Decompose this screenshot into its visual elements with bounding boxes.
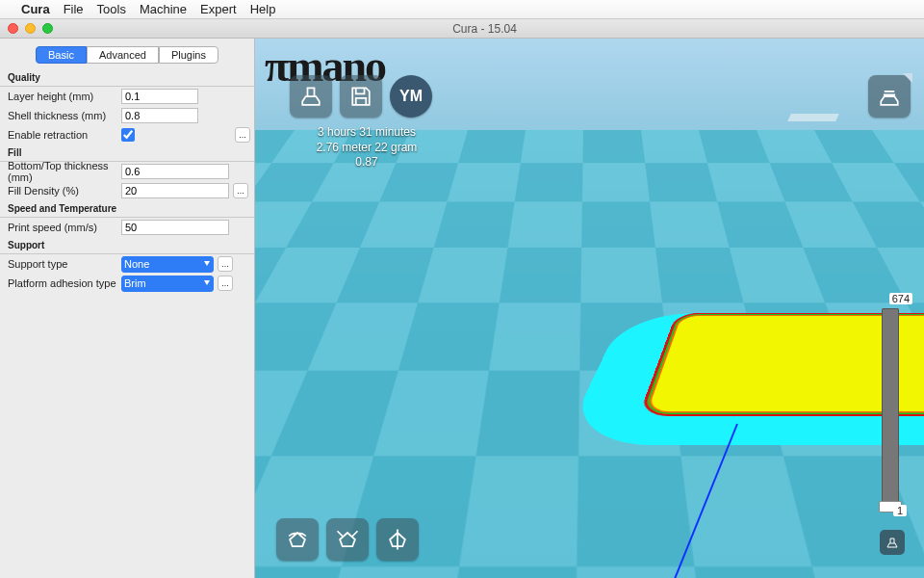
save-gcode-button[interactable] — [340, 75, 382, 118]
viewport-top-toolbar: YM — [290, 75, 432, 118]
viewport-bottom-toolbar — [276, 518, 419, 561]
dropdown-corner-icon — [903, 73, 912, 83]
menu-help[interactable]: Help — [250, 2, 276, 16]
select-platform-adhesion[interactable]: Brim — [121, 276, 214, 292]
input-shell-thickness[interactable] — [121, 108, 198, 123]
mirror-icon — [384, 526, 411, 553]
support-options-button[interactable]: ... — [218, 256, 233, 272]
select-support-type[interactable]: None — [121, 256, 214, 273]
label-platform-adhesion: Platform adhesion type — [8, 277, 121, 289]
input-layer-height[interactable] — [121, 89, 198, 104]
print-cost: 0.87 — [290, 155, 444, 171]
label-shell-thickness: Shell thickness (mm) — [8, 110, 121, 121]
checkbox-enable-retraction[interactable] — [121, 128, 135, 142]
window-controls[interactable] — [8, 23, 53, 34]
menu-expert[interactable]: Expert — [200, 2, 237, 16]
settings-tabs: Basic Advanced Plugins — [0, 39, 254, 69]
share-button[interactable]: YM — [390, 75, 432, 118]
menu-file[interactable]: File — [64, 2, 84, 16]
adhesion-options-button[interactable]: ... — [218, 276, 233, 291]
settings-sidebar: Basic Advanced Plugins Quality Layer hei… — [0, 39, 255, 578]
layer-slider[interactable] — [882, 308, 899, 512]
print-info: 3 hours 31 minutes 2.76 meter 22 gram 0.… — [290, 125, 444, 171]
scale-icon — [334, 526, 361, 553]
horizon-line — [787, 114, 839, 121]
layer-min-label: 1 — [893, 505, 907, 516]
retraction-options-button[interactable]: ... — [235, 127, 250, 143]
section-speed: Speed and Temperature — [0, 200, 254, 218]
rotate-icon — [284, 526, 311, 553]
ym-icon: YM — [399, 88, 423, 105]
load-model-button[interactable] — [290, 75, 332, 118]
3d-viewport[interactable]: πmano YM 3 hours 31 minutes 2.76 meter 2… — [255, 39, 924, 578]
input-fill-density[interactable] — [121, 183, 229, 198]
layer-max-label: 674 — [889, 293, 912, 304]
zoom-icon[interactable] — [42, 23, 53, 34]
close-icon[interactable] — [8, 23, 18, 34]
scale-button[interactable] — [326, 518, 369, 561]
label-support-type: Support type — [8, 258, 121, 270]
save-icon — [347, 83, 374, 110]
window-title: Cura - 15.04 — [53, 22, 916, 36]
section-quality: Quality — [0, 69, 254, 87]
minimize-icon[interactable] — [25, 23, 36, 34]
layer-tool-icon — [885, 535, 900, 550]
label-bottom-top: Bottom/Top thickness (mm) — [8, 160, 121, 183]
layer-tool-button[interactable] — [880, 530, 905, 555]
menu-tools[interactable]: Tools — [97, 2, 126, 16]
input-bottom-top[interactable] — [121, 164, 229, 179]
window-titlebar: Cura - 15.04 — [0, 19, 924, 39]
tab-plugins[interactable]: Plugins — [159, 46, 218, 64]
tab-basic[interactable]: Basic — [36, 46, 87, 64]
label-print-speed: Print speed (mm/s) — [8, 222, 121, 233]
label-enable-retraction: Enable retraction — [8, 129, 121, 141]
print-material: 2.76 meter 22 gram — [290, 141, 444, 156]
view-mode-icon — [876, 83, 903, 110]
section-support: Support — [0, 237, 254, 254]
rotate-button[interactable] — [276, 518, 319, 561]
mac-menubar[interactable]: Cura File Tools Machine Expert Help — [0, 0, 924, 19]
print-time: 3 hours 31 minutes — [290, 125, 444, 141]
menu-cura[interactable]: Cura — [21, 2, 50, 16]
mirror-button[interactable] — [376, 518, 419, 561]
fill-options-button[interactable]: ... — [233, 183, 248, 198]
tab-advanced[interactable]: Advanced — [87, 46, 159, 64]
view-mode-button[interactable] — [868, 75, 911, 118]
label-fill-density: Fill Density (%) — [8, 185, 121, 197]
input-print-speed[interactable] — [121, 220, 229, 235]
label-layer-height: Layer height (mm) — [8, 91, 121, 102]
load-model-icon — [297, 83, 324, 110]
menu-machine[interactable]: Machine — [140, 2, 187, 16]
